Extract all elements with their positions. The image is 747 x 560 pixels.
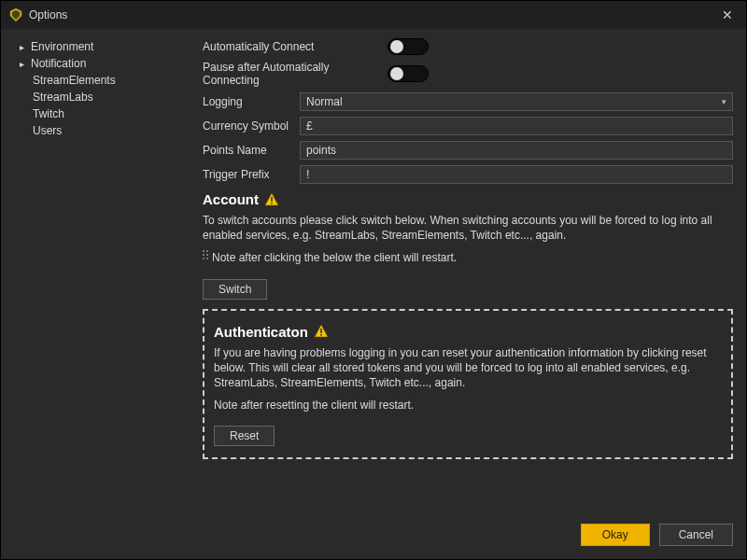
auth-heading-text: Authenticaton: [214, 324, 308, 340]
titlebar: Options ✕: [1, 1, 746, 29]
svg-rect-4: [271, 203, 273, 204]
auth-heading: Authenticaton: [214, 324, 722, 340]
sidebar-item-environment[interactable]: ▸ Environment: [1, 38, 186, 55]
auto-connect-label: Automatically Connect: [203, 40, 380, 53]
logging-label: Logging: [203, 95, 292, 108]
chevron-down-icon: ▾: [722, 97, 726, 106]
auth-note: Note after resetting the client will res…: [214, 398, 722, 413]
svg-rect-7: [320, 334, 322, 336]
warning-icon: [314, 324, 329, 339]
trigger-input-wrap: [300, 165, 733, 184]
okay-button[interactable]: Okay: [581, 524, 650, 546]
cancel-button[interactable]: Cancel: [659, 524, 733, 546]
sidebar-item-label: StreamLabs: [33, 91, 93, 104]
close-icon: ✕: [722, 7, 733, 22]
points-input-wrap: [300, 141, 733, 160]
pause-after-label: Pause after Automatically Connecting: [203, 61, 380, 87]
footer: Okay Cancel: [1, 518, 746, 559]
currency-label: Currency Symbol: [203, 119, 292, 133]
chevron-right-icon: ▸: [20, 59, 27, 69]
close-button[interactable]: ✕: [716, 4, 739, 26]
logging-value: Normal: [306, 95, 343, 108]
svg-rect-3: [271, 197, 273, 202]
auto-connect-toggle[interactable]: [388, 38, 429, 55]
chevron-right-icon: ▸: [20, 42, 27, 52]
account-note: Note after clicking the below the client…: [212, 250, 457, 265]
authentication-section: Authenticaton If you are having problems…: [203, 309, 733, 460]
account-body: To switch accounts please click switch b…: [203, 213, 733, 243]
drag-grip-icon[interactable]: [203, 250, 208, 259]
warning-icon: [264, 192, 279, 207]
sidebar-item-users[interactable]: Users: [1, 122, 186, 139]
account-heading-text: Account: [203, 191, 259, 207]
svg-rect-6: [320, 329, 322, 333]
sidebar-item-label: Notification: [31, 57, 86, 70]
auth-body: If you are having problems logging in yo…: [214, 345, 722, 391]
trigger-label: Trigger Prefix: [203, 168, 292, 181]
options-window: Options ✕ ▸ Environment ▸ Notification S…: [0, 0, 747, 560]
trigger-input[interactable]: [306, 168, 726, 181]
sidebar-item-streamlabs[interactable]: StreamLabs: [1, 89, 186, 105]
sidebar: ▸ Environment ▸ Notification StreamEleme…: [1, 29, 186, 518]
points-input[interactable]: [306, 144, 726, 157]
reset-button[interactable]: Reset: [214, 426, 275, 446]
window-title: Options: [29, 8, 67, 21]
pause-after-toggle[interactable]: [388, 65, 429, 82]
sidebar-item-streamelements[interactable]: StreamElements: [1, 72, 186, 89]
sidebar-item-label: Users: [33, 124, 62, 137]
account-heading: Account: [203, 191, 733, 207]
sidebar-item-twitch[interactable]: Twitch: [1, 105, 186, 122]
sidebar-item-label: StreamElements: [33, 74, 116, 87]
app-icon: [8, 7, 23, 22]
points-label: Points Name: [203, 144, 292, 157]
sidebar-item-label: Environment: [31, 40, 93, 53]
currency-input[interactable]: [306, 119, 726, 133]
sidebar-item-notification[interactable]: ▸ Notification: [1, 55, 186, 72]
currency-input-wrap: [300, 117, 733, 135]
logging-select[interactable]: Normal ▾: [300, 92, 733, 111]
switch-button[interactable]: Switch: [203, 279, 267, 300]
main-panel: Automatically Connect Pause after Automa…: [186, 29, 746, 518]
sidebar-item-label: Twitch: [33, 107, 64, 120]
